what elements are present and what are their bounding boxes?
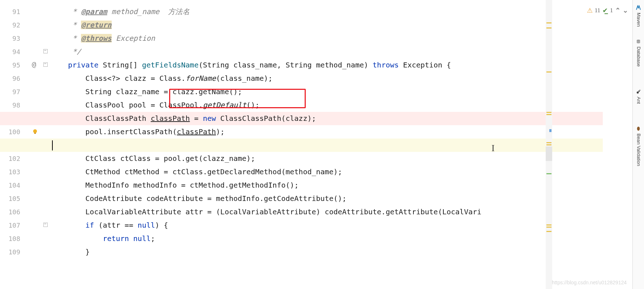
code-line[interactable]: String clazz_name = clazz.getName(); [51,85,551,98]
fold-toggle-icon[interactable] [43,62,48,67]
line-number[interactable]: 96 [0,72,25,85]
text: (); [246,101,259,109]
line-number[interactable]: 109 [0,245,25,259]
keyword: if [85,221,94,229]
code-line[interactable]: Class<?> clazz = Class.forName(class_nam… [51,72,551,85]
javadoc-tag: @throws [81,34,111,43]
line-number[interactable]: 105 [0,192,25,205]
code-line[interactable]: ClassPool pool = ClassPool.getDefault(); [51,98,551,112]
line-number[interactable]: 98 [0,98,25,112]
stripe-marker[interactable] [546,27,551,29]
stripe-marker[interactable] [546,173,551,174]
text: ); [216,127,225,136]
svg-point-4 [639,90,640,92]
code-line[interactable]: * @return [51,18,551,32]
svg-point-7 [637,127,640,131]
code-line[interactable]: } [51,245,551,259]
text-cursor-icon: I [491,143,495,154]
svg-point-3 [637,91,639,93]
text: = [190,114,203,123]
code-line[interactable]: pool.insertClassPath(classPath); [51,125,551,139]
stripe-marker[interactable] [546,224,551,225]
error-stripe[interactable] [546,0,552,289]
code-editor[interactable]: * @param method_name 方法名 * @return * @th… [51,0,551,289]
text: * [51,7,81,16]
code-line[interactable]: * @throws Exception [51,32,551,45]
code-line[interactable]: return null; [51,232,551,245]
text: ClassClassPath [85,114,151,123]
toolwindow-tab-bean-validation[interactable]: Bean Validation [633,119,644,173]
typo-icon[interactable]: ✔̲ [602,6,608,14]
keyword: new [203,114,216,123]
tab-label: Ant [636,97,641,104]
stripe-marker[interactable] [546,71,551,73]
stripe-marker[interactable] [546,144,551,145]
stripe-marker[interactable] [546,112,551,113]
toolwindow-tab-maven[interactable]: Maven [633,1,644,30]
line-number[interactable]: 93 [0,32,25,45]
tab-label: Database [636,47,641,67]
line-number[interactable]: 107 [0,219,25,232]
line-number[interactable]: 91 [0,5,25,18]
line-number[interactable]: 94 [0,45,25,58]
warning-count: 11 [595,7,600,14]
warning-icon[interactable]: ⚠ [587,6,593,14]
text: (class_name); [216,74,273,83]
line-number[interactable]: 92 [0,18,25,32]
reassigned-var: classPath [151,114,190,123]
text [51,114,85,123]
chevron-down-icon[interactable]: ⌄ [623,6,628,14]
line-number[interactable]: 100 [0,125,25,139]
line-number[interactable]: 108 [0,232,25,245]
text [51,127,85,136]
text [51,101,85,109]
code-line[interactable]: CtClass ctClass = pool.get(clazz_name); [51,152,551,165]
stripe-marker[interactable] [546,22,551,23]
toolwindow-tab-ant[interactable]: Ant [633,84,644,109]
text: Class<?> clazz = Class. [85,74,185,83]
watermark-text: https://blog.csdn.net/u012829124 [552,280,627,285]
stripe-marker[interactable] [549,129,551,132]
override-marker-icon[interactable]: @ [32,60,36,69]
ant-icon [636,89,641,95]
code-line[interactable]: MethodInfo methodInfo = ctMethod.getMeth… [51,179,551,192]
line-number[interactable]: 95 [0,58,25,72]
svg-line-6 [640,90,641,91]
text: Exception { [399,61,451,69]
keyword: return [103,234,129,243]
code-line[interactable]: * @param method_name 方法名 [51,5,551,18]
stripe-marker[interactable] [546,114,551,115]
right-toolwindow-strip: Maven Database Ant Bean Validation [632,0,644,289]
line-number[interactable]: 102 [0,152,25,165]
stripe-marker[interactable] [546,227,551,228]
code-line[interactable] [51,139,551,152]
code-line[interactable]: if (attr == null) { [51,219,551,232]
code-line[interactable]: LocalVariableAttribute attr = (LocalVari… [51,205,551,219]
code-line[interactable]: CodeAttribute codeAttribute = methodInfo… [51,192,551,205]
code-line[interactable]: CtMethod ctMethod = ctClass.getDeclaredM… [51,165,551,179]
chevron-up-icon[interactable]: ⌃ [615,6,621,14]
javadoc-tag: @param [81,7,107,16]
toolwindow-tab-database[interactable]: Database [633,35,644,71]
text [129,234,133,243]
line-number[interactable]: 106 [0,205,25,219]
text: 方法名 [168,7,190,16]
stripe-marker[interactable] [546,231,551,232]
text: pool.insertClassPath( [85,127,177,136]
typo-count: 1 [610,7,613,14]
javadoc-tag: @return [81,21,111,29]
inspection-status-bar[interactable]: ⚠ 11 ✔̲ 1 ⌃ ⌄ [587,6,628,14]
stripe-marker[interactable] [546,142,551,143]
stripe-viewport[interactable] [546,146,552,161]
code-line[interactable]: private String[] getFieldsName(String cl… [51,58,551,72]
line-number[interactable]: 103 [0,165,25,179]
code-line[interactable]: */ [51,45,551,58]
line-number[interactable]: 104 [0,179,25,192]
text [51,234,103,243]
fold-toggle-icon[interactable] [43,49,48,53]
fold-toggle-icon[interactable] [43,223,48,227]
line-number[interactable]: 97 [0,85,25,98]
intention-bulb-icon[interactable] [32,128,38,135]
code-line[interactable]: ClassClassPath classPath = new ClassClas… [51,112,551,125]
bean-icon [636,126,641,131]
